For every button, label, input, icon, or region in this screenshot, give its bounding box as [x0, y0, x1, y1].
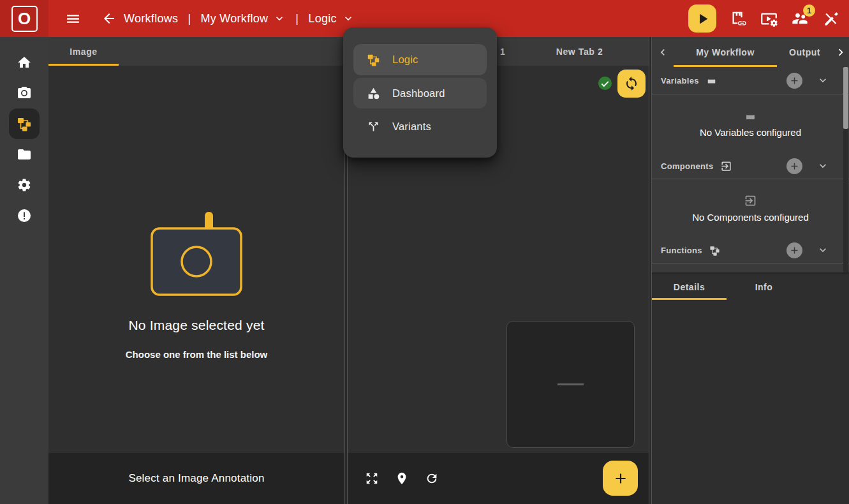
refresh-button[interactable] — [425, 471, 439, 485]
tab-details-label: Details — [674, 282, 705, 292]
sidebar-tabbar: My Workflow Output — [652, 37, 849, 67]
sidebar-sections: Variables No Variables configured — [652, 67, 849, 272]
tab-new-tab-2[interactable]: New Tab 2 — [531, 37, 628, 66]
check-circle-icon — [598, 76, 612, 91]
components-section-header[interactable]: Components — [652, 153, 849, 179]
tab-my-workflow[interactable]: My Workflow — [674, 37, 777, 67]
panel-splitter[interactable] — [649, 37, 652, 504]
menu-item-variants-label: Variants — [392, 121, 431, 133]
sync-icon — [624, 76, 639, 91]
play-icon — [694, 10, 711, 27]
variables-empty-text: No Variables configured — [700, 127, 801, 138]
add-icon — [789, 245, 800, 256]
details-tabbar: Details Info — [652, 274, 849, 300]
workflow-icon — [367, 53, 380, 66]
sidebar-scrollbar-thumb[interactable] — [843, 67, 848, 129]
canvas-minimap[interactable] — [506, 321, 635, 448]
add-icon — [612, 470, 629, 487]
menu-item-dashboard[interactable]: Dashboard — [353, 78, 487, 108]
spacer — [652, 263, 849, 272]
variants-icon — [367, 120, 380, 133]
nav-settings[interactable] — [9, 170, 40, 200]
variables-label: Variables — [661, 76, 699, 85]
tab-new-tab-2-label: New Tab 2 — [556, 47, 603, 57]
chevron-down-icon — [342, 12, 355, 25]
chevron-down-icon — [816, 159, 829, 172]
functions-collapse-button[interactable] — [816, 244, 829, 256]
chevron-down-icon — [816, 244, 829, 256]
sync-button[interactable] — [617, 70, 646, 98]
components-collapse-button[interactable] — [816, 159, 829, 172]
chevron-right-icon — [834, 45, 848, 59]
tab-details[interactable]: Details — [652, 274, 727, 300]
workflow-selector[interactable]: My Workflow — [200, 12, 286, 26]
functions-section-header[interactable]: Functions — [652, 237, 849, 263]
tab-info-label: Info — [755, 282, 773, 292]
tab-output-label: Output — [789, 47, 820, 57]
menu-item-variants[interactable]: Variants — [353, 111, 487, 142]
components-label: Components — [661, 161, 713, 171]
no-image-title: No Image selected yet — [128, 318, 264, 333]
functions-label: Functions — [661, 246, 702, 255]
nav-home[interactable] — [9, 47, 40, 78]
sidebar-next-button[interactable] — [832, 37, 849, 67]
view-selector-label: Logic — [308, 12, 337, 26]
dashboard-icon — [367, 87, 380, 100]
image-panel-tabbar: Image — [48, 37, 344, 66]
image-viewer: No Image selected yet Choose one from th… — [48, 66, 344, 453]
tab-output[interactable]: Output — [777, 37, 832, 67]
active-tab-underline — [652, 298, 727, 300]
edit-off-button[interactable] — [822, 10, 839, 27]
header-breadcrumb: Workflows | My Workflow | Logic — [117, 12, 355, 26]
fullscreen-icon — [365, 471, 379, 485]
left-nav-rail — [0, 37, 48, 504]
nav-alerts[interactable] — [9, 200, 40, 231]
nav-workflows[interactable] — [9, 108, 40, 139]
right-sidebar: My Workflow Output Variables — [652, 37, 849, 504]
nav-cameras[interactable] — [9, 78, 40, 108]
app-logo[interactable]: O — [0, 0, 48, 37]
view-dropdown-menu: Logic Dashboard Variants — [343, 27, 497, 158]
variables-icon — [706, 75, 717, 86]
variables-section-header[interactable]: Variables — [652, 67, 849, 94]
edit-off-icon — [822, 10, 839, 27]
save-link-button[interactable] — [730, 10, 747, 27]
add-icon — [789, 161, 800, 172]
components-icon — [744, 194, 757, 207]
menu-item-dashboard-label: Dashboard — [392, 87, 445, 100]
tab-image[interactable]: Image — [48, 37, 119, 66]
add-function-button[interactable] — [786, 242, 802, 258]
nav-files[interactable] — [9, 139, 40, 170]
functions-icon — [709, 245, 720, 256]
menu-item-logic[interactable]: Logic — [353, 44, 487, 75]
fullscreen-button[interactable] — [365, 471, 379, 485]
back-arrow-icon[interactable] — [101, 11, 117, 26]
view-selector[interactable]: Logic — [308, 12, 355, 26]
sidebar-scrollbar-track — [843, 67, 848, 272]
add-node-button[interactable] — [603, 461, 638, 496]
tab-my-workflow-label: My Workflow — [696, 47, 755, 57]
location-button[interactable] — [395, 471, 409, 485]
logo-letter: O — [11, 6, 38, 32]
hamburger-menu-icon[interactable] — [65, 11, 81, 27]
add-variable-button[interactable] — [786, 73, 802, 89]
image-footer-bar: Select an Image Annotation — [48, 453, 344, 504]
refresh-icon — [425, 471, 439, 485]
chevron-left-icon — [656, 46, 669, 59]
variables-collapse-button[interactable] — [816, 74, 829, 87]
alerts-icon — [17, 208, 32, 223]
sidebar-prev-button[interactable] — [652, 37, 674, 67]
select-annotation-label: Select an Image Annotation — [128, 472, 264, 485]
home-icon — [17, 55, 32, 70]
camera-icon — [17, 85, 32, 101]
run-workflow-button[interactable] — [688, 4, 716, 33]
canvas-toolbar — [348, 453, 649, 504]
tab-info[interactable]: Info — [727, 274, 801, 300]
video-settings-button[interactable] — [760, 10, 778, 27]
workflows-back-link[interactable]: Workflows — [124, 12, 178, 26]
camera-illustration-icon — [142, 211, 251, 296]
add-component-button[interactable] — [786, 158, 802, 174]
users-button[interactable]: 1 — [791, 10, 809, 27]
variables-icon — [744, 110, 757, 122]
notification-badge: 1 — [803, 4, 815, 17]
